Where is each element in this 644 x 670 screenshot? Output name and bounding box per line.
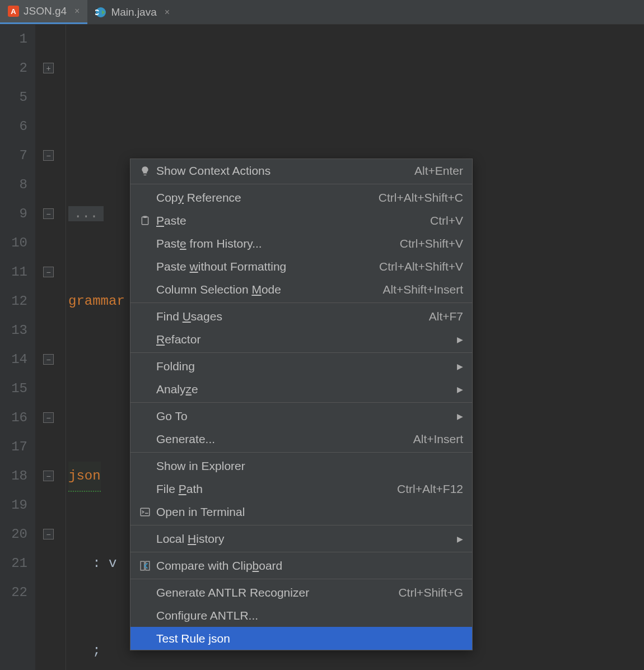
menu-item-label: Go To xyxy=(156,410,456,423)
svg-rect-5 xyxy=(141,561,144,570)
close-icon[interactable]: × xyxy=(74,6,80,16)
menu-item-paste[interactable]: PasteCtrl+V xyxy=(130,209,472,232)
menu-item-label: Open in Terminal xyxy=(156,505,463,519)
fold-collapse-icon[interactable]: − xyxy=(43,267,54,277)
chevron-right-icon: ▶ xyxy=(457,385,463,394)
menu-item-local-history[interactable]: Local History▶ xyxy=(130,527,472,550)
fold-collapse-icon[interactable]: − xyxy=(43,208,54,219)
menu-item-file-path[interactable]: File PathCtrl+Alt+F12 xyxy=(130,477,472,500)
java-run-icon xyxy=(95,7,106,18)
menu-shortcut: Ctrl+Alt+Shift+C xyxy=(379,191,463,204)
svg-rect-6 xyxy=(146,561,150,570)
menu-separator xyxy=(130,579,472,579)
menu-item-generate[interactable]: Generate...Alt+Insert xyxy=(130,427,472,450)
chevron-right-icon: ▶ xyxy=(457,335,463,344)
menu-item-label: Column Selection Mode xyxy=(156,283,381,296)
tab-label: Main.java xyxy=(111,6,156,18)
antlr-icon: A xyxy=(8,6,19,17)
menu-item-go-to[interactable]: Go To▶ xyxy=(130,404,472,427)
menu-shortcut: Alt+F7 xyxy=(429,310,463,323)
chevron-right-icon: ▶ xyxy=(457,362,463,371)
menu-item-folding[interactable]: Folding▶ xyxy=(130,355,472,378)
menu-item-label: Find Usages xyxy=(156,310,428,323)
menu-item-paste-from-history[interactable]: Paste from History...Ctrl+Shift+V xyxy=(130,232,472,255)
menu-item-show-in-explorer[interactable]: Show in Explorer xyxy=(130,454,472,477)
menu-item-label: Paste from History... xyxy=(156,237,399,250)
menu-item-label: Analyze xyxy=(156,383,456,396)
menu-shortcut: Alt+Insert xyxy=(413,432,463,446)
menu-item-label: Copy Reference xyxy=(156,191,377,204)
menu-item-label: Show Context Actions xyxy=(156,164,413,178)
diff-icon xyxy=(135,561,155,571)
fold-expand-icon[interactable]: + xyxy=(43,63,54,73)
chevron-right-icon: ▶ xyxy=(457,412,463,421)
fold-collapse-icon[interactable]: − xyxy=(43,471,54,481)
menu-shortcut: Ctrl+Shift+V xyxy=(400,237,463,250)
context-menu[interactable]: Show Context ActionsAlt+EnterCopy Refere… xyxy=(130,159,473,650)
menu-item-label: Configure ANTLR... xyxy=(156,609,463,622)
menu-shortcut: Ctrl+Alt+Shift+V xyxy=(379,260,463,273)
menu-shortcut: Ctrl+Shift+G xyxy=(398,586,463,599)
fold-collapse-icon[interactable]: − xyxy=(43,412,54,423)
menu-item-find-usages[interactable]: Find UsagesAlt+F7 xyxy=(130,305,472,328)
menu-item-copy-reference[interactable]: Copy ReferenceCtrl+Alt+Shift+C xyxy=(130,186,472,209)
svg-rect-2 xyxy=(142,217,148,225)
close-icon[interactable]: × xyxy=(165,7,170,17)
menu-separator xyxy=(130,303,472,303)
menu-item-paste-without-formatting[interactable]: Paste without FormattingCtrl+Alt+Shift+V xyxy=(130,255,472,278)
menu-separator xyxy=(130,184,472,184)
menu-item-analyze[interactable]: Analyze▶ xyxy=(130,378,472,401)
menu-separator xyxy=(130,525,472,525)
menu-item-column-selection-mode[interactable]: Column Selection ModeAlt+Shift+Insert xyxy=(130,278,472,301)
tab-json-g4[interactable]: A JSON.g4 × xyxy=(0,0,87,24)
menu-item-label: Generate... xyxy=(156,432,412,446)
menu-shortcut: Ctrl+Alt+F12 xyxy=(397,482,463,496)
menu-item-open-in-terminal[interactable]: Open in Terminal xyxy=(130,500,472,523)
menu-item-generate-antlr-recognizer[interactable]: Generate ANTLR RecognizerCtrl+Shift+G xyxy=(130,581,472,604)
menu-item-label: Compare with Clipboard xyxy=(156,559,463,573)
menu-item-label: Refactor xyxy=(156,333,456,346)
fold-gutter: + − − − − − − − xyxy=(36,25,66,670)
menu-item-label: File Path xyxy=(156,482,396,496)
terminal-icon xyxy=(135,507,155,517)
menu-item-label: Generate ANTLR Recognizer xyxy=(156,586,397,599)
menu-separator xyxy=(130,552,472,552)
menu-shortcut: Alt+Enter xyxy=(414,164,463,178)
bulb-icon xyxy=(135,166,155,176)
menu-shortcut: Alt+Shift+Insert xyxy=(382,283,463,296)
menu-item-refactor[interactable]: Refactor▶ xyxy=(130,328,472,351)
menu-item-label: Paste xyxy=(156,214,429,227)
menu-separator xyxy=(130,352,472,353)
tab-main-java[interactable]: Main.java × xyxy=(87,0,178,24)
fold-collapse-icon[interactable]: − xyxy=(43,354,54,365)
svg-rect-3 xyxy=(143,216,147,217)
menu-item-show-context-actions[interactable]: Show Context ActionsAlt+Enter xyxy=(130,159,472,182)
tab-bar: A JSON.g4 × Main.java × xyxy=(0,0,644,25)
menu-item-label: Paste without Formatting xyxy=(156,260,378,273)
menu-item-label: Local History xyxy=(156,532,456,546)
menu-item-label: Show in Explorer xyxy=(156,459,463,473)
svg-rect-4 xyxy=(141,508,150,516)
menu-separator xyxy=(130,402,472,403)
fold-collapse-icon[interactable]: − xyxy=(43,150,54,161)
menu-item-configure-antlr[interactable]: Configure ANTLR... xyxy=(130,604,472,627)
chevron-right-icon: ▶ xyxy=(457,534,463,543)
menu-item-label: Test Rule json xyxy=(156,632,463,645)
menu-item-label: Folding xyxy=(156,360,456,373)
fold-collapse-icon[interactable]: − xyxy=(43,529,54,539)
menu-shortcut: Ctrl+V xyxy=(430,214,463,227)
menu-item-compare-with-clipboard[interactable]: Compare with Clipboard xyxy=(130,554,472,577)
tab-label: JSON.g4 xyxy=(24,5,67,17)
paste-icon xyxy=(135,216,155,226)
menu-item-test-rule-json[interactable]: Test Rule json xyxy=(130,627,472,650)
menu-separator xyxy=(130,452,472,453)
code-line xyxy=(68,112,644,141)
line-number-gutter: 1 2 5 6 7 8 9 10 11 12 13 14 15 16 17 18… xyxy=(0,25,36,670)
